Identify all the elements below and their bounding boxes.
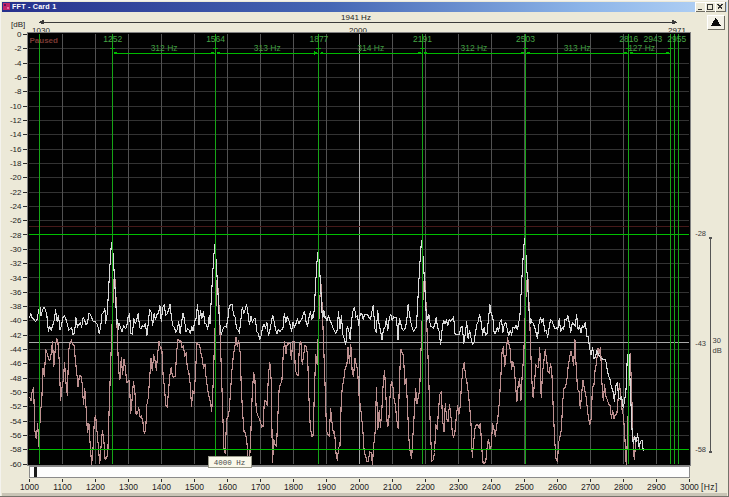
svg-text:2100: 2100	[383, 482, 402, 492]
svg-text:-8: -8	[14, 87, 22, 96]
svg-text:2200: 2200	[416, 482, 435, 492]
svg-text:2400: 2400	[482, 482, 501, 492]
svg-text:-40: -40	[10, 316, 22, 325]
svg-text:2800: 2800	[614, 482, 633, 492]
svg-text:1500: 1500	[185, 482, 204, 492]
svg-text:-22: -22	[10, 188, 22, 197]
svg-text:2700: 2700	[581, 482, 600, 492]
svg-text:0: 0	[17, 30, 22, 39]
svg-text:2900: 2900	[647, 482, 666, 492]
svg-text:-24: -24	[10, 202, 22, 211]
svg-text:1100: 1100	[53, 482, 72, 492]
svg-text:313 Hz: 313 Hz	[254, 43, 281, 53]
svg-text:2191: 2191	[413, 34, 432, 44]
svg-text:[Hz]: [Hz]	[701, 482, 718, 492]
svg-text:-28: -28	[695, 229, 706, 238]
svg-text:1300: 1300	[119, 482, 138, 492]
svg-text:127 Hz: 127 Hz	[628, 43, 655, 53]
svg-text:-42: -42	[10, 331, 22, 340]
svg-text:-34: -34	[10, 274, 22, 283]
svg-text:1900: 1900	[317, 482, 336, 492]
svg-text:1400: 1400	[152, 482, 171, 492]
svg-text:-58: -58	[10, 445, 22, 454]
svg-text:-30: -30	[10, 245, 22, 254]
svg-text:-12: -12	[10, 116, 22, 125]
svg-text:-26: -26	[10, 216, 22, 225]
svg-text:312 Hz: 312 Hz	[460, 43, 487, 53]
svg-text:-38: -38	[10, 302, 22, 311]
svg-text:2943: 2943	[643, 34, 662, 44]
svg-text:Paused: Paused	[30, 36, 59, 45]
svg-text:1564: 1564	[206, 34, 225, 44]
svg-text:1800: 1800	[284, 482, 303, 492]
svg-text:-20: -20	[10, 173, 22, 182]
svg-text:312 Hz: 312 Hz	[151, 43, 178, 53]
svg-text:dB: dB	[713, 346, 722, 355]
svg-text:-50: -50	[10, 388, 22, 397]
svg-text:2816: 2816	[619, 34, 638, 44]
svg-text:314 Hz: 314 Hz	[357, 43, 384, 53]
svg-text:-58: -58	[695, 445, 706, 454]
svg-text:2000: 2000	[350, 482, 369, 492]
svg-text:1700: 1700	[251, 482, 270, 492]
svg-text:1600: 1600	[218, 482, 237, 492]
svg-text:-4: -4	[14, 59, 22, 68]
svg-text:[dB]: [dB]	[11, 20, 25, 29]
svg-text:-43: -43	[695, 339, 706, 348]
svg-text:30: 30	[713, 336, 721, 345]
svg-text:-28: -28	[10, 231, 22, 240]
svg-text:FFT - Card 1: FFT - Card 1	[12, 2, 56, 11]
svg-text:2300: 2300	[449, 482, 468, 492]
svg-text:2500: 2500	[515, 482, 534, 492]
svg-text:-52: -52	[10, 402, 22, 411]
svg-text:2503: 2503	[516, 34, 535, 44]
svg-text:-54: -54	[10, 417, 22, 426]
svg-text:-6: -6	[14, 73, 22, 82]
svg-text:-36: -36	[10, 288, 22, 297]
svg-text:3000: 3000	[680, 482, 699, 492]
svg-text:-32: -32	[10, 259, 22, 268]
svg-text:-16: -16	[10, 145, 22, 154]
svg-text:2955: 2955	[667, 34, 686, 44]
svg-text:1252: 1252	[103, 34, 122, 44]
svg-text:313 Hz: 313 Hz	[564, 43, 591, 53]
svg-text:-60: -60	[10, 460, 22, 469]
svg-text:-48: -48	[10, 374, 22, 383]
svg-text:-44: -44	[10, 345, 22, 354]
svg-text:-56: -56	[10, 431, 22, 440]
svg-text:-46: -46	[10, 359, 22, 368]
svg-text:-18: -18	[10, 159, 22, 168]
svg-text:1941 Hz: 1941 Hz	[341, 13, 371, 22]
svg-text:2600: 2600	[548, 482, 567, 492]
svg-text:-2: -2	[14, 44, 22, 53]
svg-text:-10: -10	[10, 102, 22, 111]
svg-text:-14: -14	[10, 130, 22, 139]
svg-text:1000: 1000	[20, 482, 39, 492]
svg-text:1877: 1877	[309, 34, 328, 44]
svg-text:4000 Hz: 4000 Hz	[214, 459, 246, 467]
svg-text:1200: 1200	[86, 482, 105, 492]
